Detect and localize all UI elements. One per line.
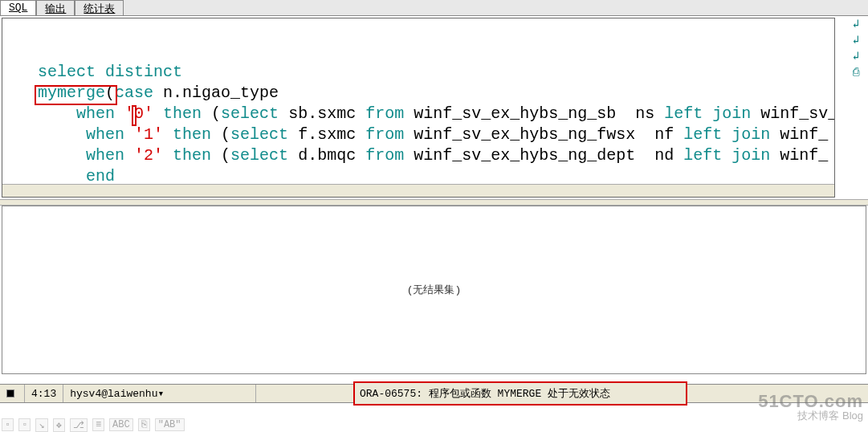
kw-join: join [731, 125, 770, 144]
tool-icon[interactable]: ⎇ [70, 418, 88, 432]
paren: ( [211, 125, 230, 144]
kw-when: when [76, 104, 115, 123]
kw-then: then [173, 146, 211, 165]
paren: ( [211, 146, 230, 165]
id: winf_sv_ex_hybs_ng_fwsx nf [404, 125, 683, 144]
tab-bar: SQL 输出 统计表 [0, 0, 868, 16]
status-cursor-pos: 4:13 [25, 385, 63, 402]
kw-from: from [365, 104, 404, 123]
kw-join: join [712, 104, 751, 123]
kw-select: select [230, 146, 288, 165]
kw-when: when [86, 146, 124, 165]
tool-icon[interactable]: ▫ [18, 418, 31, 431]
kw-left: left [683, 125, 722, 144]
kw-end: end [86, 167, 115, 185]
pane-splitter[interactable] [0, 199, 868, 206]
kw-join: join [731, 146, 770, 165]
tool-icon[interactable]: ↘ [35, 418, 47, 432]
status-error: ORA-06575: 程序包或函数 MYMERGE 处于无效状态 [353, 381, 687, 406]
id: winf_sv_ [751, 104, 835, 123]
kw-select: select [230, 125, 288, 144]
id: winf_sv_ex_hybs_ng_dept nd [404, 146, 683, 165]
watermark-line1: 51CTO.com [758, 393, 863, 410]
tool-icon[interactable]: ❖ [53, 418, 65, 432]
tool-icon[interactable]: "AB" [155, 418, 185, 431]
kw-left: left [683, 146, 722, 165]
tool-icon[interactable]: ▫ [2, 418, 14, 431]
kw-distinct: distinct [105, 63, 182, 81]
tab-output[interactable]: 输出 [36, 0, 75, 15]
kw-from: from [365, 125, 404, 144]
bottom-toolbar: ▫ ▫ ↘ ❖ ⎇ ≡ ABC ⎘ "AB" [2, 418, 185, 432]
kw-case: case [115, 84, 153, 102]
sql-editor[interactable]: select distinct mymerge(case n.nigao_typ… [2, 18, 834, 198]
gutter-icon[interactable]: ↲ [849, 50, 863, 63]
str-2: '2' [134, 146, 163, 165]
sql-editor-pane: select distinct mymerge(case n.nigao_typ… [2, 18, 835, 198]
status-bar: 4:13 hysv4@laiwenhu ORA-06575: 程序包或函数 MY… [0, 384, 868, 403]
kw-from: from [365, 146, 404, 165]
id: f.sxmc [288, 125, 365, 144]
tool-icon[interactable]: ⎘ [138, 418, 150, 431]
tool-icon[interactable]: ABC [109, 418, 133, 431]
status-indicator [0, 385, 25, 402]
kw-select: select [38, 63, 96, 81]
kw-when: when [86, 125, 124, 144]
kw-left: left [664, 104, 703, 123]
id: d.bmqc [288, 146, 365, 165]
highlight-cursor [132, 105, 137, 126]
id: winf_sv_ex_hybs_ng_sb ns [404, 104, 664, 123]
str-0: '0' [124, 104, 153, 123]
id: n.nigao_type [153, 84, 279, 102]
tool-icon[interactable]: ≡ [92, 418, 104, 431]
paren: ( [202, 104, 221, 123]
editor-horizontal-scrollbar[interactable] [2, 184, 834, 197]
id: sb.sxmc [279, 104, 365, 123]
gutter-icon[interactable]: ⎙ [849, 66, 863, 79]
kw-then: then [163, 104, 202, 123]
tab-stats[interactable]: 统计表 [75, 0, 124, 15]
results-pane: (无结果集) [2, 206, 866, 374]
highlight-mymerge [35, 85, 117, 105]
tab-sql[interactable]: SQL [0, 0, 36, 15]
kw-select: select [221, 104, 279, 123]
gutter-icon[interactable]: ↲ [849, 34, 863, 47]
str-1: '1' [134, 125, 163, 144]
right-gutter: ↲ ↲ ↲ ⎙ [849, 18, 865, 82]
kw-then: then [173, 125, 211, 144]
status-connection[interactable]: hysv4@laiwenhu [63, 385, 256, 402]
no-results-label: (无结果集) [407, 283, 462, 297]
gutter-icon[interactable]: ↲ [849, 18, 863, 31]
id: winf_ [770, 125, 828, 144]
watermark-line2: 技术博客 Blog [758, 410, 863, 421]
watermark: 51CTO.com 技术博客 Blog [758, 393, 863, 421]
id: winf_ [770, 146, 828, 165]
